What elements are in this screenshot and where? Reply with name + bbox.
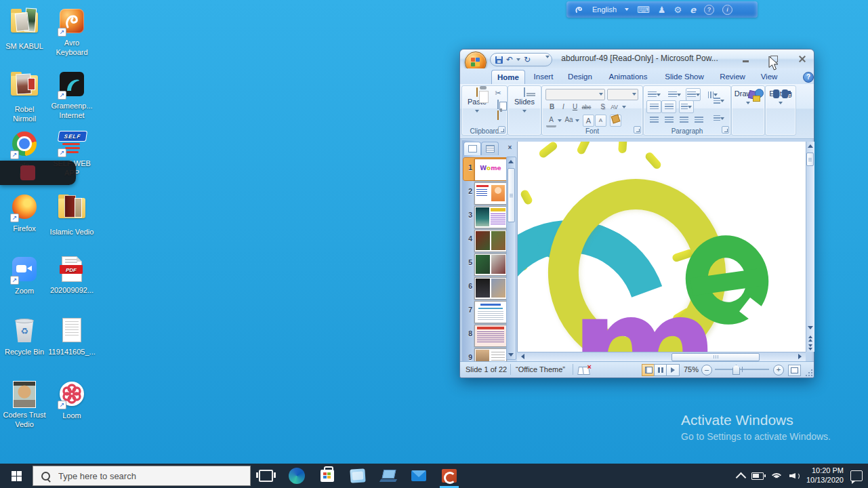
increase-indent-button[interactable] (661, 100, 676, 113)
slide-thumbnail-9[interactable]: 9 (463, 348, 508, 361)
tray-expand-icon[interactable] (736, 472, 747, 483)
desktop-icon-pdf-202009092[interactable]: PDF 202009092... (47, 255, 96, 296)
minimize-button[interactable] (737, 53, 754, 64)
avro-language-bar[interactable]: English ⌨ ♟ ⚙ e ? i (566, 1, 758, 18)
desktop-icon-loom[interactable]: ↗ Loom (47, 380, 96, 421)
slide-sorter-view-button[interactable] (654, 364, 667, 376)
desktop-icon-doc-119141605[interactable]: 119141605_... (47, 316, 96, 357)
clear-formatting-button[interactable] (610, 115, 621, 127)
slide-thumbnail-1[interactable]: 1 Wome (463, 158, 508, 180)
scrollbar-thumb[interactable] (806, 152, 814, 166)
character-spacing-dropdown-icon[interactable] (622, 106, 626, 108)
paste-button[interactable]: Paste (462, 88, 492, 126)
line-spacing-button[interactable] (686, 88, 701, 101)
help-icon[interactable]: ? (704, 5, 714, 15)
decrease-indent-button[interactable] (646, 100, 661, 113)
convert-smartart-button[interactable] (711, 112, 726, 125)
taskbar-edge[interactable] (281, 464, 312, 488)
desktop-icon-robel-nirmoil[interactable]: RobelNirmoil (0, 70, 49, 124)
language-dropdown-icon[interactable] (625, 8, 629, 11)
strikethrough-button[interactable]: abc (581, 102, 592, 113)
character-spacing-button[interactable]: AV (609, 102, 619, 113)
desktop-icon-recycle-bin[interactable]: ♻ Recycle Bin (0, 316, 49, 357)
zoom-slider[interactable] (715, 369, 769, 370)
normal-view-button[interactable] (642, 364, 655, 376)
grow-font-button[interactable]: A (583, 115, 594, 127)
taskbar-connect[interactable] (373, 464, 403, 488)
align-text-button[interactable] (711, 94, 726, 107)
taskbar-search-box[interactable] (33, 466, 251, 486)
tab-slide-show[interactable]: Slide Show (659, 70, 709, 84)
task-view-button[interactable] (251, 464, 281, 488)
slide-thumbnail-3[interactable]: 3 (463, 205, 508, 228)
resize-grip[interactable] (804, 368, 812, 376)
change-case-button[interactable]: Aa (564, 115, 574, 125)
scrollbar-thumb[interactable] (671, 353, 760, 361)
desktop-icon-firefox[interactable]: ↗ Firefox (0, 192, 49, 234)
slide-thumbnail-8[interactable]: 8 (463, 324, 508, 346)
zoom-percentage[interactable]: 75% (684, 365, 699, 373)
spell-check-icon[interactable]: × (578, 365, 590, 374)
settings-gear-icon[interactable]: ⚙ (674, 5, 682, 14)
font-dialog-launcher[interactable] (634, 126, 641, 134)
title-bar[interactable]: ↶ ↻ abdurrouf-49 [Read-Only] - Microsoft… (460, 49, 814, 68)
new-slide-button[interactable]: Slides (510, 88, 539, 126)
desktop-icon-zoom[interactable]: ↗ Zoom (0, 255, 49, 296)
next-slide-button[interactable] (806, 343, 814, 352)
slide-editing-area[interactable]: m (517, 142, 806, 352)
scroll-right-button[interactable] (795, 352, 804, 361)
desktop-icon-grameenphone-internet[interactable]: ↗ Grameenp...Internet (47, 70, 96, 121)
slide-thumbnail-5[interactable]: 5 (463, 253, 508, 275)
tab-insert[interactable]: Insert (528, 70, 559, 84)
editing-button[interactable]: Editing (766, 88, 795, 126)
slide-thumbnail-7[interactable]: 7 (463, 300, 508, 323)
scroll-up-button[interactable] (806, 142, 814, 150)
horizontal-scrollbar[interactable] (517, 352, 806, 361)
tab-home[interactable]: Home (491, 70, 525, 85)
browser-icon[interactable]: e (690, 5, 696, 14)
columns-button[interactable] (679, 100, 694, 113)
italic-button[interactable]: I (558, 102, 569, 113)
desktop-icon-coders-trust-vedio[interactable]: Coders TrustVedio (0, 380, 49, 430)
maximize-button[interactable] (765, 53, 783, 64)
shrink-font-button[interactable]: A (595, 115, 606, 127)
theme-name[interactable]: “Office Theme” (516, 365, 565, 373)
slideshow-view-button[interactable] (666, 364, 680, 376)
search-input[interactable] (57, 470, 229, 482)
vertical-scrollbar[interactable] (806, 142, 814, 352)
battery-icon[interactable] (751, 472, 764, 480)
font-name-combobox[interactable] (545, 89, 605, 100)
justify-button[interactable] (691, 113, 706, 126)
undo-button[interactable]: ↶ (506, 56, 513, 64)
panel-close-icon[interactable]: × (505, 143, 514, 152)
numbering-button[interactable] (667, 88, 682, 101)
scroll-down-button[interactable] (507, 350, 514, 359)
desktop-icon-sm-kabul[interactable]: SM KABUL (0, 7, 49, 52)
bullets-button[interactable] (646, 88, 661, 101)
info-icon[interactable]: i (722, 5, 732, 15)
scroll-left-button[interactable] (518, 352, 527, 361)
zoom-out-button[interactable]: – (701, 365, 712, 375)
underline-button[interactable]: U (570, 102, 580, 113)
slide-thumbnail-4[interactable]: 4 (463, 229, 508, 251)
ribbon-help-icon[interactable]: ? (803, 72, 814, 83)
tab-review[interactable]: Review (715, 70, 750, 84)
paragraph-dialog-launcher[interactable] (722, 126, 729, 134)
tab-slides-view[interactable] (463, 142, 481, 155)
taskbar-mail[interactable] (403, 464, 434, 488)
scroll-up-button[interactable] (507, 157, 514, 166)
bold-button[interactable]: B (547, 102, 557, 113)
wifi-icon[interactable] (770, 472, 783, 481)
drawing-dropdown-icon[interactable] (746, 102, 750, 104)
align-center-button[interactable] (661, 113, 676, 126)
change-case-dropdown-icon[interactable] (575, 119, 579, 122)
drawing-button[interactable]: Drawing (733, 88, 763, 126)
align-right-button[interactable] (676, 113, 691, 126)
keyboard-layout-icon[interactable]: ⌨ (637, 5, 650, 14)
format-painter-button[interactable] (492, 110, 504, 121)
taskbar-photos[interactable] (342, 464, 373, 488)
taskbar-store[interactable] (312, 464, 342, 488)
desktop-icon-avro-keyboard[interactable]: ↗ AvroKeyboard (47, 7, 96, 58)
font-size-combobox[interactable] (607, 89, 638, 100)
scroll-down-button[interactable] (806, 323, 814, 332)
